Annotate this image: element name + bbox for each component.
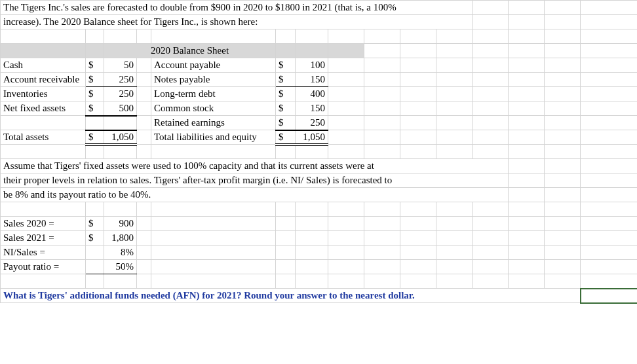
value-net-fixed-assets: 500 [104,101,137,116]
assumption-line-3: be 8% and its payout ratio to be 40%. [1,188,509,202]
value-total-liab-equity: 1,050 [296,130,328,145]
currency-symbol: $ [86,101,104,116]
answer-input-cell[interactable] [581,289,637,303]
label-inventories: Inventories [1,87,86,101]
label-cash: Cash [1,58,86,73]
value-payout-ratio: 50% [104,260,137,274]
value-ni-sales: 8% [104,246,137,260]
currency-symbol: $ [86,73,104,87]
currency-symbol: $ [276,130,296,145]
assumption-line-2: their proper levels in relation to sales… [1,173,509,188]
currency-symbol: $ [86,87,104,101]
value-account-payable: 100 [296,58,328,73]
currency-symbol: $ [86,231,104,246]
label-ni-sales: NI/Sales = [1,246,86,260]
currency-symbol: $ [276,116,296,130]
currency-symbol: $ [86,217,104,231]
intro-line-1: The Tigers Inc.'s sales are forecasted t… [1,1,473,15]
currency-symbol: $ [86,58,104,73]
value-sales-2020: 900 [104,217,137,231]
value-notes-payable: 150 [296,73,328,87]
value-inventories: 250 [104,87,137,101]
label-common-stock: Common stock [151,101,276,116]
assumption-line-1: Assume that Tigers' fixed assets were us… [1,159,509,173]
label-net-fixed-assets: Net fixed assets [1,101,86,116]
intro-line-2: increase). The 2020 Balance sheet for Ti… [1,15,473,29]
currency-symbol: $ [276,87,296,101]
spreadsheet-grid: The Tigers Inc.'s sales are forecasted t… [0,0,637,304]
label-total-assets: Total assets [1,130,86,145]
label-account-receivable: Account receivable [1,73,86,87]
value-common-stock: 150 [296,101,328,116]
label-account-payable: Account payable [151,58,276,73]
label-total-liab-equity: Total liabilities and equity [151,130,276,145]
balance-sheet-title: 2020 Balance Sheet [104,44,276,58]
label-long-term-debt: Long-term debt [151,87,276,101]
currency-symbol: $ [276,73,296,87]
value-retained-earnings: 250 [296,116,328,130]
label-payout-ratio: Payout ratio = [1,260,86,274]
label-sales-2021: Sales 2021 = [1,231,86,246]
label-sales-2020: Sales 2020 = [1,217,86,231]
label-notes-payable: Notes payable [151,73,276,87]
value-sales-2021: 1,800 [104,231,137,246]
currency-symbol: $ [276,101,296,116]
label-retained-earnings: Retained earnings [151,116,276,130]
value-cash: 50 [104,58,137,73]
currency-symbol: $ [276,58,296,73]
value-account-receivable: 250 [104,73,137,87]
value-total-assets: 1,050 [104,130,137,145]
currency-symbol: $ [86,130,104,145]
question-text: What is Tigers' additional funds needed … [1,289,581,303]
value-long-term-debt: 400 [296,87,328,101]
